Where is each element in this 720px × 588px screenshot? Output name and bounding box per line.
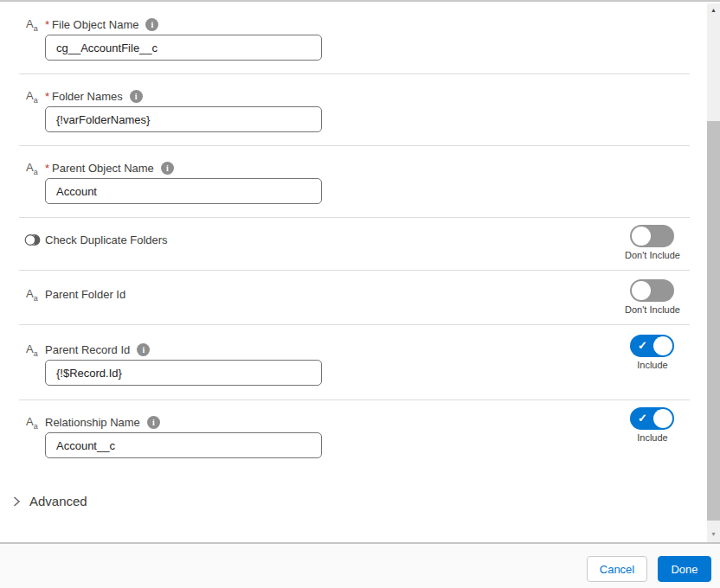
field-label: Check Duplicate Folders (45, 233, 168, 246)
file-object-name-input[interactable] (45, 35, 322, 61)
toggle-state-label: Include (618, 432, 687, 443)
text-type-icon: Aa (26, 90, 38, 106)
divider (19, 145, 690, 146)
parent-object-name-input[interactable] (45, 178, 322, 204)
divider (19, 324, 690, 325)
boolean-type-icon (24, 233, 41, 250)
parent-record-id-input[interactable] (45, 360, 322, 386)
parent-record-id-toggle[interactable]: ✓ (630, 335, 674, 357)
chevron-right-icon (10, 495, 22, 508)
parent-folder-id-toggle[interactable] (630, 279, 674, 302)
text-type-icon: Aa (26, 288, 38, 304)
required-asterisk: * (45, 18, 49, 31)
field-label: Parent Folder Id (45, 288, 125, 301)
check-icon: ✓ (638, 412, 647, 425)
text-type-icon: Aa (26, 18, 38, 35)
scroll-down-icon[interactable]: ▼ (707, 527, 720, 540)
info-icon[interactable]: i (130, 90, 143, 103)
divider (19, 74, 690, 74)
scroll-up-icon[interactable]: ▲ (707, 3, 720, 16)
required-asterisk: * (45, 90, 49, 103)
divider (19, 270, 690, 271)
done-button[interactable]: Done (658, 556, 711, 582)
info-icon[interactable]: i (145, 18, 158, 31)
divider (19, 399, 690, 400)
toggle-state-label: Don't Include (618, 304, 687, 315)
scrollbar[interactable]: ▲ ▼ (707, 3, 720, 542)
advanced-section-toggle[interactable]: Advanced (10, 494, 87, 508)
relationship-name-input[interactable] (45, 432, 322, 458)
text-type-icon: Aa (26, 416, 38, 432)
field-label: File Object Name (52, 18, 138, 31)
toggle-knob (653, 336, 672, 355)
toggle-state-label: Include (618, 360, 687, 370)
flow-action-config-panel: Aa * File Object Name i Aa * Folder Name… (0, 0, 720, 588)
folder-names-input[interactable] (45, 106, 322, 132)
toggle-knob (653, 409, 672, 428)
field-label: Parent Object Name (52, 162, 154, 175)
check-icon: ✓ (638, 339, 647, 353)
footer: Cancel Done (0, 542, 720, 588)
info-icon[interactable]: i (161, 162, 174, 175)
advanced-label: Advanced (29, 494, 87, 508)
relationship-name-toggle[interactable]: ✓ (630, 407, 674, 430)
check-duplicate-folders-toggle[interactable] (630, 225, 674, 247)
toggle-knob (632, 281, 651, 300)
required-asterisk: * (45, 162, 49, 175)
info-icon[interactable]: i (137, 343, 150, 356)
field-label: Relationship Name (45, 416, 140, 429)
field-label: Parent Record Id (45, 343, 130, 356)
field-label: Folder Names (52, 90, 123, 103)
divider (19, 217, 690, 218)
toggle-state-label: Don't Include (618, 250, 687, 260)
info-icon[interactable]: i (147, 416, 160, 429)
text-type-icon: Aa (26, 162, 38, 178)
text-type-icon: Aa (26, 343, 38, 360)
cancel-button[interactable]: Cancel (587, 556, 647, 582)
toggle-knob (632, 227, 651, 246)
scrollbar-thumb[interactable] (707, 121, 720, 521)
